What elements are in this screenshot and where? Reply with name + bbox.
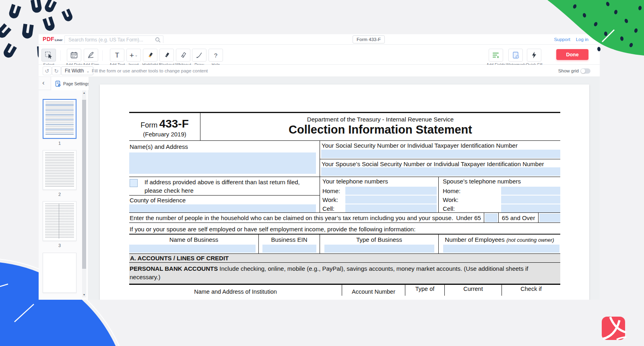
page-settings-label: Page Settings xyxy=(63,81,89,86)
whiteout-marker-icon xyxy=(179,51,188,60)
show-grid-toggle[interactable] xyxy=(580,68,590,74)
employees-field[interactable] xyxy=(443,245,559,253)
page-thumbnail-2[interactable]: 2 xyxy=(42,150,77,197)
business-name-field[interactable] xyxy=(129,245,256,253)
page-thumbnail-3[interactable]: 3 xyxy=(42,201,77,248)
draw-pen-icon xyxy=(195,51,204,60)
thumbnail-preview xyxy=(45,102,74,136)
county-field[interactable] xyxy=(129,204,316,212)
toolbar-divider xyxy=(60,50,61,61)
business-name-col: Name of Business xyxy=(129,235,259,253)
undo-button[interactable]: ↺ xyxy=(43,66,52,75)
county-label: County of Residence xyxy=(130,197,186,204)
chevron-down-icon: ⌄ xyxy=(135,53,138,57)
page-settings-tab[interactable]: Page Settings xyxy=(51,77,93,90)
document-tab[interactable]: Form 433-F xyxy=(353,35,385,43)
search-icon[interactable] xyxy=(154,36,161,43)
calendar-icon xyxy=(70,51,78,60)
text-icon: T xyxy=(115,52,119,59)
over-65-cell xyxy=(538,213,560,223)
cell-label: Cell: xyxy=(443,205,455,212)
desktop-background: PDF Liner Form 433-F Support Log in xyxy=(0,0,644,346)
your-phones-cell: Your telephone numbers Home: Work: Cell: xyxy=(320,177,439,212)
your-cell-phone-field[interactable] xyxy=(345,204,437,212)
show-grid-label: Show grid xyxy=(558,68,579,73)
spouse-work-phone-field[interactable] xyxy=(501,196,560,204)
page-number: 1 xyxy=(42,141,77,146)
current-col-header: Current xyxy=(445,285,502,296)
select-cursor-icon xyxy=(44,51,53,60)
form-word: Form xyxy=(140,121,157,129)
scroll-up-icon[interactable]: ▲ xyxy=(82,91,86,95)
sidebar-scrollbar[interactable]: ▲ ▼ xyxy=(82,91,86,297)
page-number: 3 xyxy=(42,243,77,248)
pdfliner-logo[interactable]: PDF Liner xyxy=(43,36,62,42)
collapse-sidebar-button[interactable]: ‹ xyxy=(42,79,45,87)
scroll-down-icon[interactable]: ▼ xyxy=(82,293,86,297)
ssn-field[interactable] xyxy=(321,150,560,158)
divider-line xyxy=(320,159,560,159)
form-number: 433-F xyxy=(159,117,189,130)
blackout-marker-icon xyxy=(162,51,171,60)
redo-icon: ↻ xyxy=(54,68,59,74)
home-label: Home: xyxy=(322,187,340,194)
under-65-field[interactable] xyxy=(485,214,497,222)
question-icon: ? xyxy=(214,52,217,58)
redo-button[interactable]: ↻ xyxy=(52,66,61,75)
page-thumbnail-4[interactable] xyxy=(42,253,77,293)
scrollbar-thumb[interactable] xyxy=(82,100,86,269)
login-link[interactable]: Log in xyxy=(576,37,588,42)
lightning-icon xyxy=(530,51,539,60)
spouse-ssn-label: Your Spouse’s Social Security Number or … xyxy=(322,161,544,167)
type-of-col-header: Type of xyxy=(405,285,445,296)
check-if-col-header: Check if xyxy=(502,285,560,296)
business-type-col: Type of Business xyxy=(320,235,439,253)
highlighter-icon xyxy=(146,51,155,60)
spouse-cell-phone-field[interactable] xyxy=(501,204,560,212)
your-home-phone-field[interactable] xyxy=(345,187,437,195)
editor-canvas: Form 433-F (February 2019) Department of… xyxy=(89,77,600,300)
home-label: Home: xyxy=(443,187,460,194)
main-toolbar: Select Add Dat xyxy=(39,45,600,65)
employees-col: Number of Employees (not counting owner) xyxy=(439,235,560,253)
over-65-label: 65 and Over xyxy=(502,214,535,221)
toolbar-divider xyxy=(102,50,103,61)
business-type-field[interactable] xyxy=(324,245,434,253)
logo-pdf-text: PDF xyxy=(43,36,54,42)
spouse-ssn-field[interactable] xyxy=(321,167,560,176)
name-address-field[interactable] xyxy=(129,152,316,174)
form-title-block: Department of the Treasury - Internal Re… xyxy=(200,113,560,140)
toggle-knob xyxy=(581,69,585,73)
business-ein-col: Business EIN xyxy=(259,235,320,253)
watermark-icon xyxy=(511,51,520,60)
over-65-field[interactable] xyxy=(539,214,560,222)
business-ein-field[interactable] xyxy=(262,245,316,253)
work-label: Work: xyxy=(443,196,458,203)
done-button[interactable]: Done xyxy=(556,49,588,60)
zoom-value: Fit Width xyxy=(65,68,84,74)
form-number-block: Form 433-F (February 2019) xyxy=(129,113,200,140)
your-work-phone-field[interactable] xyxy=(345,196,437,204)
spouse-home-phone-field[interactable] xyxy=(501,187,560,195)
acrobat-logo-icon xyxy=(601,316,626,341)
spouse-phones-label: Spouse’s telephone numbers xyxy=(443,178,521,185)
page-thumbnail-1[interactable]: 1 xyxy=(42,99,77,146)
pdfliner-app-window: PDF Liner Form 433-F Support Log in xyxy=(39,34,600,300)
ssn-label: Your Social Security Number or Individua… xyxy=(322,142,518,149)
employees-note: (not counting owner) xyxy=(506,237,554,243)
address-different-checkbox[interactable] xyxy=(130,179,138,187)
signature-pen-icon xyxy=(87,51,95,60)
plus-icon: + xyxy=(130,51,134,59)
ssn-cell: Your Social Security Number or Individua… xyxy=(320,141,560,177)
support-link[interactable]: Support xyxy=(554,37,570,42)
zoom-select[interactable]: Fit Width ⌄ xyxy=(61,66,93,75)
search-input[interactable] xyxy=(65,36,163,43)
name-address-label: Name(s) and Address xyxy=(130,143,188,150)
form-433f: Form 433-F (February 2019) Department of… xyxy=(129,112,560,296)
your-phones-label: Your telephone numbers xyxy=(322,178,388,185)
app-header: PDF Liner Form 433-F Support Log in xyxy=(39,34,600,45)
business-name-header: Name of Business xyxy=(129,236,258,243)
sub-toolbar: ↺ ↻ Fit Width ⌄ Fill the form or use ano… xyxy=(39,65,600,77)
pages-sidebar: ‹ Page Settings xyxy=(39,77,89,300)
sidebar-top-bar: ‹ Page Settings xyxy=(39,77,88,90)
